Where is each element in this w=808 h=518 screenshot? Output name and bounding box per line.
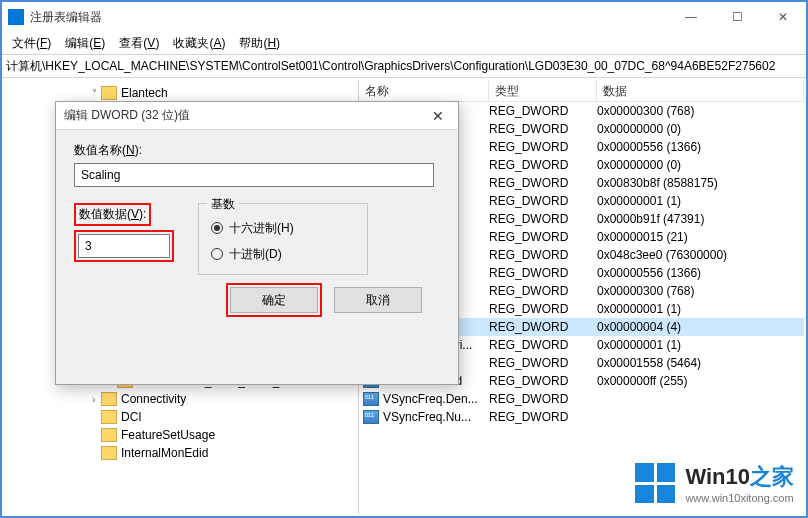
folder-icon <box>101 86 117 100</box>
tree-item[interactable]: FeatureSetUsage <box>4 426 358 444</box>
value-data: 0x00000001 (1) <box>597 194 804 208</box>
windows-logo-icon <box>635 463 675 503</box>
menu-favorites[interactable]: 收藏夹(A) <box>169 33 229 54</box>
value-data: 0x00000000 (0) <box>597 158 804 172</box>
menubar: 文件(F) 编辑(E) 查看(V) 收藏夹(A) 帮助(H) <box>2 32 806 54</box>
tree-item-label: Connectivity <box>121 392 186 406</box>
value-type: REG_DWORD <box>489 194 597 208</box>
radio-icon <box>211 248 223 260</box>
expander-icon[interactable]: ˅ <box>88 88 100 99</box>
value-type: REG_DWORD <box>489 284 597 298</box>
dword-icon <box>363 392 379 406</box>
watermark: Win10之家 www.win10xitong.com <box>635 462 794 504</box>
tree-item-label: DCI <box>121 410 142 424</box>
value-name-input[interactable] <box>74 163 434 187</box>
folder-icon <box>101 392 117 406</box>
value-data: 0x00000556 (1366) <box>597 140 804 154</box>
value-data: 0x00000001 (1) <box>597 338 804 352</box>
tree-item[interactable]: ›Connectivity <box>4 390 358 408</box>
value-type: REG_DWORD <box>489 122 597 136</box>
close-button[interactable]: ✕ <box>760 2 806 32</box>
value-row[interactable]: VSyncFreq.Nu...REG_DWORD <box>359 408 804 426</box>
dialog-titlebar[interactable]: 编辑 DWORD (32 位)值 ✕ <box>56 102 458 130</box>
value-data-label: 数值数据(V): <box>74 203 151 226</box>
dialog-close-button[interactable]: ✕ <box>426 108 450 124</box>
value-data: 0x048c3ee0 (76300000) <box>597 248 804 262</box>
value-data: 0x00000004 (4) <box>597 320 804 334</box>
value-type: REG_DWORD <box>489 140 597 154</box>
list-header: 名称 类型 数据 <box>359 80 804 102</box>
value-data: 0x00000300 (768) <box>597 104 804 118</box>
dialog-title: 编辑 DWORD (32 位)值 <box>64 107 190 124</box>
value-type: REG_DWORD <box>489 158 597 172</box>
dword-icon <box>363 410 379 424</box>
value-type: REG_DWORD <box>489 176 597 190</box>
col-data[interactable]: 数据 <box>597 80 804 101</box>
value-type: REG_DWORD <box>489 410 597 424</box>
folder-icon <box>101 446 117 460</box>
radio-icon <box>211 222 223 234</box>
base-groupbox: 基数 十六进制(H) 十进制(D) <box>198 203 368 275</box>
value-data-input[interactable] <box>78 234 170 258</box>
menu-file[interactable]: 文件(F) <box>8 33 55 54</box>
tree-item[interactable]: ˅Elantech <box>4 84 358 102</box>
radix-dec-option[interactable]: 十进制(D) <box>211 244 355 264</box>
value-data: 0x000000ff (255) <box>597 374 804 388</box>
value-type: REG_DWORD <box>489 248 597 262</box>
value-data: 0x00001558 (5464) <box>597 356 804 370</box>
value-type: REG_DWORD <box>489 302 597 316</box>
value-type: REG_DWORD <box>489 230 597 244</box>
value-type: REG_DWORD <box>489 356 597 370</box>
app-icon <box>8 9 24 25</box>
ok-button-highlight: 确定 <box>226 283 322 317</box>
value-data: 0x00830b8f (8588175) <box>597 176 804 190</box>
watermark-url: www.win10xitong.com <box>685 492 793 504</box>
maximize-button[interactable]: ☐ <box>714 2 760 32</box>
value-type: REG_DWORD <box>489 104 597 118</box>
menu-view[interactable]: 查看(V) <box>115 33 163 54</box>
value-data: 0x0000b91f (47391) <box>597 212 804 226</box>
col-type[interactable]: 类型 <box>489 80 597 101</box>
cancel-button[interactable]: 取消 <box>334 287 422 313</box>
base-legend: 基数 <box>207 196 239 213</box>
value-type: REG_DWORD <box>489 266 597 280</box>
value-type: REG_DWORD <box>489 212 597 226</box>
value-type: REG_DWORD <box>489 320 597 334</box>
ok-button[interactable]: 确定 <box>230 287 318 313</box>
tree-item-label: FeatureSetUsage <box>121 428 215 442</box>
watermark-brand: Win10之家 <box>685 462 794 492</box>
value-row[interactable]: VSyncFreq.Den...REG_DWORD <box>359 390 804 408</box>
value-name: VSyncFreq.Nu... <box>383 410 489 424</box>
value-data-highlight <box>74 230 174 262</box>
value-data: 0x00000001 (1) <box>597 302 804 316</box>
value-type: REG_DWORD <box>489 374 597 388</box>
titlebar: 注册表编辑器 — ☐ ✕ <box>2 2 806 32</box>
value-type: REG_DWORD <box>489 392 597 406</box>
menu-edit[interactable]: 编辑(E) <box>61 33 109 54</box>
folder-icon <box>101 410 117 424</box>
col-name[interactable]: 名称 <box>359 80 489 101</box>
value-name-label: 数值名称(N): <box>74 142 440 159</box>
value-name: VSyncFreq.Den... <box>383 392 489 406</box>
folder-icon <box>101 428 117 442</box>
tree-item[interactable]: DCI <box>4 408 358 426</box>
value-data: 0x00000300 (768) <box>597 284 804 298</box>
menu-help[interactable]: 帮助(H) <box>235 33 284 54</box>
tree-item-label: InternalMonEdid <box>121 446 208 460</box>
window-title: 注册表编辑器 <box>30 9 102 26</box>
tree-item-label: Elantech <box>121 86 168 100</box>
tree-item[interactable]: InternalMonEdid <box>4 444 358 462</box>
address-bar[interactable]: 计算机\HKEY_LOCAL_MACHINE\SYSTEM\ControlSet… <box>2 54 806 78</box>
value-data: 0x00000015 (21) <box>597 230 804 244</box>
edit-dword-dialog: 编辑 DWORD (32 位)值 ✕ 数值名称(N): 数值数据(V): 基数 … <box>55 101 459 385</box>
value-data: 0x00000000 (0) <box>597 122 804 136</box>
expander-icon[interactable]: › <box>88 394 100 405</box>
radix-hex-option[interactable]: 十六进制(H) <box>211 218 355 238</box>
minimize-button[interactable]: — <box>668 2 714 32</box>
value-data: 0x00000556 (1366) <box>597 266 804 280</box>
value-type: REG_DWORD <box>489 338 597 352</box>
